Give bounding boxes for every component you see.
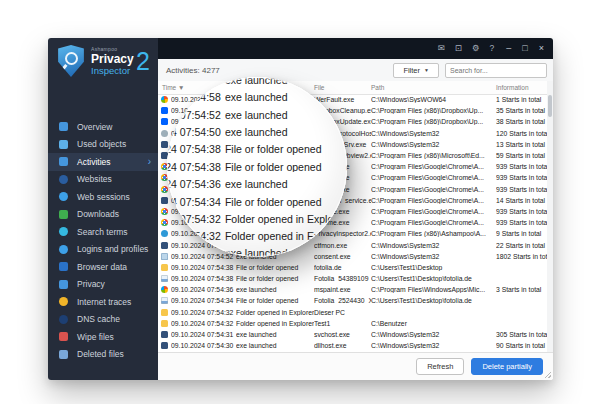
overview-icon xyxy=(59,122,68,131)
search-terms-icon xyxy=(59,227,68,236)
table-row[interactable]: 09.10.2024 07:54:32Folder opened in Expl… xyxy=(158,307,547,318)
cell-path: C:\Users\Test1\Desktop\fotolia.de xyxy=(371,275,496,282)
table-row[interactable]: 09.10.2024 07:54:52exe launchedconsent.e… xyxy=(158,251,547,262)
cell-file: Test1 xyxy=(314,320,371,327)
cell-time: 09.10.2024 07:54:52 xyxy=(171,253,236,260)
export-icon[interactable]: ⊡ xyxy=(455,44,462,53)
search-host-icon xyxy=(161,130,168,137)
table-row[interactable]: 09.10.2024 07:54:34File or folder opened… xyxy=(158,295,547,306)
chevron-right-icon: › xyxy=(148,157,151,167)
cell-description: File or folder opened xyxy=(236,275,314,282)
cell-path: C:\Program Files\Google\Chrome\A... xyxy=(371,197,496,204)
filter-button-label: Filter xyxy=(403,66,420,75)
internet-traces-icon xyxy=(59,297,68,306)
delete-partially-button[interactable]: Delete partially xyxy=(471,358,543,375)
column-header-information[interactable]: Information xyxy=(494,84,547,91)
sidebar-item-wipe-files[interactable]: Wipe files xyxy=(48,328,158,346)
sidebar-item-internet-traces[interactable]: Internet traces xyxy=(48,293,158,311)
websites-icon xyxy=(59,175,68,184)
feedback-icon[interactable]: ✉ xyxy=(438,44,445,53)
cell-information: 13 Starts in total xyxy=(496,141,547,148)
window-icon xyxy=(161,253,168,260)
sidebar-item-label: Privacy xyxy=(77,279,105,289)
browser-data-icon xyxy=(59,262,68,271)
close-icon[interactable]: × xyxy=(539,44,544,53)
column-header-file[interactable]: File xyxy=(312,84,369,91)
cell-information: 22 Starts in total xyxy=(496,242,547,249)
sidebar-item-label: Websites xyxy=(77,174,112,184)
magnifier-lens: Activities: 4277 Filter ▼ Time ▼Descript… xyxy=(167,77,347,257)
cell-information: 9 Starts in total xyxy=(496,230,547,237)
sidebar-item-label: Deleted files xyxy=(77,349,124,359)
cell-file: WerFault.exe xyxy=(314,96,371,103)
cell-file: dllhost.exe xyxy=(314,342,371,349)
cell-time: 09.10.2024 07:54:36 xyxy=(171,286,236,293)
sidebar-item-label: Browser data xyxy=(77,262,127,272)
sidebar-item-logins-and-profiles[interactable]: Logins and profiles xyxy=(48,241,158,259)
search-input[interactable] xyxy=(445,63,547,78)
sidebar-item-privacy[interactable]: Privacy xyxy=(48,276,158,294)
row-icon-cell xyxy=(158,253,171,260)
cell-time: 09.10.2024 07:54:38 xyxy=(171,264,236,271)
cell-information: 14 Starts in total xyxy=(496,197,547,204)
row-icon-cell xyxy=(158,242,171,249)
table-row[interactable]: 09.10.2024 07:54:31exe launchedsvchost.e… xyxy=(158,329,547,340)
sidebar-item-web-sessions[interactable]: Web sessions xyxy=(48,188,158,206)
settings-gear-icon[interactable]: ⚙ xyxy=(472,44,480,53)
cell-path: C:\Program Files\Google\Chrome\A... xyxy=(371,186,496,193)
used-objects-icon xyxy=(59,140,68,149)
scrollbar-thumb[interactable] xyxy=(548,95,552,117)
cell-path: C:\Program Files (x86)\Ashampoo\A... xyxy=(371,230,496,237)
sidebar-item-browser-data[interactable]: Browser data xyxy=(48,258,158,276)
cell-file: Fotolia_2524430_XS.jpg xyxy=(314,297,371,304)
filter-button[interactable]: Filter ▼ xyxy=(393,63,439,78)
help-icon[interactable]: ? xyxy=(490,44,495,53)
cell-description: Folder opened in Explorer xyxy=(236,320,314,327)
sidebar-item-label: Activities xyxy=(77,157,111,167)
cell-information: 1802 Starts in total xyxy=(496,253,547,260)
sidebar-item-deleted-files[interactable]: Deleted files xyxy=(48,346,158,364)
sidebar-item-websites[interactable]: Websites xyxy=(48,171,158,189)
cell-time: 09.10.2024 07:54:32 xyxy=(171,309,236,316)
sidebar-item-activities[interactable]: Activities› xyxy=(48,153,158,171)
titlebar-icon-group: ✉⊡⚙? xyxy=(438,44,495,53)
privacy-icon xyxy=(59,280,68,289)
image-icon xyxy=(161,297,168,304)
cell-description: exe launched xyxy=(236,342,314,349)
app-logo-shield-icon xyxy=(57,45,85,77)
sidebar-item-used-objects[interactable]: Used objects xyxy=(48,136,158,154)
sidebar-item-overview[interactable]: Overview xyxy=(48,118,158,136)
cell-information: 305 Starts in total xyxy=(496,331,547,338)
maximize-icon[interactable]: □ xyxy=(522,44,527,53)
sidebar-item-search-terms[interactable]: Search terms xyxy=(48,223,158,241)
column-header-path[interactable]: Path xyxy=(369,84,494,91)
table-row[interactable]: 09.10.2024 07:54:38File or folder opened… xyxy=(158,273,547,284)
sidebar-item-dns-cache[interactable]: DNS cache xyxy=(48,311,158,329)
cell-information: 3 Starts in total xyxy=(496,286,547,293)
cell-path: C:\Program Files (x86)\Dropbox\Up... xyxy=(371,107,496,114)
sidebar-item-label: DNS cache xyxy=(77,314,120,324)
row-icon-cell xyxy=(158,331,171,338)
table-row[interactable]: 09.10.2024 07:54:32Folder opened in Expl… xyxy=(158,318,547,329)
cell-path: C:\Benutzer xyxy=(371,320,496,327)
cell-information: 939 Starts in total xyxy=(496,208,547,215)
refresh-button[interactable]: Refresh xyxy=(416,358,464,375)
table-row[interactable]: 09.10.2024 07:54:36exe launchedmspaint.e… xyxy=(158,284,547,295)
minimize-icon[interactable]: – xyxy=(506,44,511,53)
row-icon-cell xyxy=(158,230,171,237)
folder-icon xyxy=(161,320,168,327)
table-row[interactable]: 09.10.2024 07:54:38File or folder opened… xyxy=(158,262,547,273)
werfault-icon xyxy=(161,96,168,103)
sidebar-item-downloads[interactable]: Downloads xyxy=(48,206,158,224)
magnifier-lens-content: Activities: 4277 Filter ▼ Time ▼Descript… xyxy=(167,77,347,257)
vertical-scrollbar[interactable] xyxy=(547,81,553,352)
cell-path: C:\Windows\System32 xyxy=(371,242,496,249)
paint-icon xyxy=(161,286,168,293)
sidebar-item-label: Logins and profiles xyxy=(77,244,148,254)
activities-header-bar: Activities: 4277 Filter ▼ xyxy=(158,59,553,82)
cell-file: Dieser PC xyxy=(314,309,371,316)
sidebar: Ashampoo Privacy Inspector 2 OverviewUse… xyxy=(48,38,158,380)
table-row[interactable]: 09.10.2024 07:54:30exe launcheddllhost.e… xyxy=(158,340,547,351)
cell-path: C:\Program Files\Google\Chrome\A... xyxy=(371,174,496,181)
cell-information: 939 Starts in total xyxy=(496,186,547,193)
